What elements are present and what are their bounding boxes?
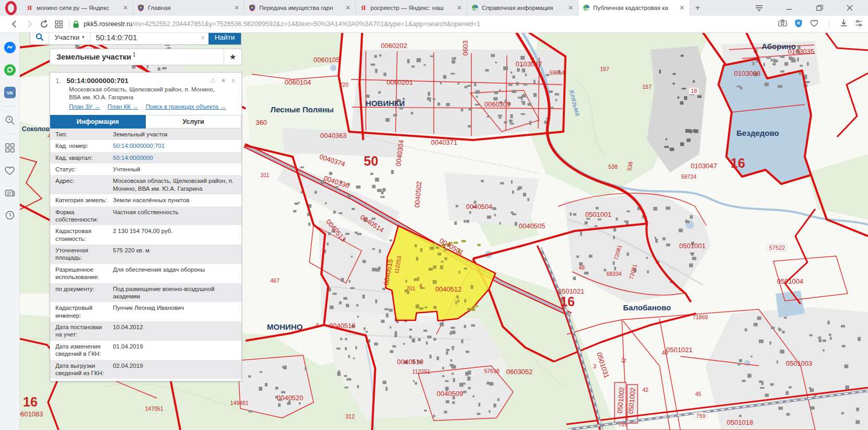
browser-tab-bar: Ямонино сити ру — Яндекс✕Главная✕Передач… [0,0,868,16]
browser-tab-5[interactable]: Справочная информация✕ [467,0,578,16]
opera-sidebar: VK [0,32,20,430]
browser-tab-3[interactable]: Передача имущества гарн✕ [245,0,356,16]
crest-favicon-icon [137,4,145,12]
info-label: Дата изменения сведений в ГКН: [50,341,112,360]
browser-tab-2[interactable]: Главная✕ [133,0,245,16]
sidebar-news-icon[interactable] [3,186,17,200]
info-value: 01.04.2019 [112,341,241,360]
sidebar-whatsapp-icon[interactable] [3,63,17,77]
pkk-favicon-icon [471,4,479,12]
crest-favicon-icon [248,4,256,12]
sidebar-divider [5,134,15,134]
info-row: Статус:Учтенный [50,164,241,175]
opera-logo-icon[interactable] [0,0,22,16]
close-tab-icon[interactable]: ✕ [678,4,686,11]
url-text[interactable]: pkk5.rosreestr.ru/#x=4252552.204447851&y… [84,20,480,28]
sidebar-bookmarks-icon[interactable] [3,164,17,177]
sidebar-history-icon[interactable] [3,208,17,222]
browser-tab-1[interactable]: Ямонино сити ру — Яндекс✕ [22,0,133,16]
info-label: Кадастровая стоимость: [50,225,112,245]
parcel-link-2[interactable]: План КК → [108,103,138,110]
speed-dial-icon[interactable] [51,17,66,31]
info-label: Кадастровый инженер: [50,302,112,321]
close-window-icon[interactable] [843,1,857,15]
pkk-favicon-icon [582,4,590,12]
adblock-shield-icon[interactable] [794,19,803,30]
info-label: Статус: [50,164,112,175]
info-row: Дата выгрузки сведений из ГКН:02.04.2019 [50,360,241,379]
info-row: Категория земель:Земли населённых пункто… [50,194,241,206]
secure-lock-icon[interactable] [73,20,79,28]
info-row: Форма собственности:Частная собственност… [50,206,241,226]
info-value: Земли населённых пунктов [112,194,241,206]
results-count: 1 [133,52,136,57]
info-label: Кад. номер: [50,140,112,152]
chevron-down-icon: ▾ [82,34,85,40]
yandex-favicon-icon: Я [26,4,33,12]
tab-title: Передача имущества гарн [259,5,341,11]
tab-menu-icon[interactable] [752,1,766,15]
tab-услуги[interactable]: Услуги [146,115,241,129]
new-tab-button[interactable]: + [690,0,705,16]
info-label: Категория земель: [50,194,112,206]
info-label: по документу: [50,283,112,303]
close-tab-icon[interactable]: ✕ [456,4,463,11]
info-value[interactable]: 50:14:0000000:701 [112,140,241,152]
reload-icon[interactable] [37,17,51,31]
bookmark-heart-icon[interactable] [810,19,818,29]
info-value: 2 130 154 704,00 руб. [112,225,241,245]
parcel-address: Московская область, Щелковский район, п.… [69,86,221,101]
info-label: Тип: [50,129,112,140]
sidebar-messenger-icon[interactable] [3,41,17,54]
browser-tab-6[interactable]: Публичная кадастровая ка✕ [578,0,690,16]
info-row: Дата изменения сведений в ГКН:01.04.2019 [50,341,241,360]
parcel-link-1[interactable]: План ЗУ → [69,103,100,110]
forward-icon[interactable] [22,17,37,31]
snapshot-camera-icon[interactable] [778,19,787,29]
info-value: Под размещение военно-воздушной академии [112,283,241,303]
info-row: Кадастровая стоимость:2 130 154 704,00 р… [50,225,241,245]
sidebar-vk-icon[interactable]: VK [3,86,17,99]
parcel-card-icons[interactable]: ⚠ ★ ∧ [210,77,237,84]
info-row: Кад. номер:50:14:0000000:701 [50,140,241,152]
close-tab-icon[interactable]: ✕ [122,4,129,11]
back-icon[interactable] [7,17,22,31]
tab-title: росреестр — Яндекс: наш [371,5,453,11]
info-label: Кад. квартал: [50,152,112,164]
tab-информация[interactable]: Информация [50,115,146,129]
restore-button[interactable] [813,1,826,15]
settings-sliders-icon[interactable] [855,19,863,29]
info-row: Адрес:Московская область, Щелковский рай… [50,175,241,194]
info-label: Форма собственности: [50,206,112,226]
tab-title: Публичная кадастровая ка [593,5,675,11]
close-tab-icon[interactable]: ✕ [567,4,574,11]
browser-tab-4[interactable]: Яросреестр — Яндекс: наш✕ [356,0,467,16]
address-bar: pkk5.rosreestr.ru/#x=4252552.204447851&y… [0,16,868,33]
favorites-star-button[interactable]: ★ [224,49,241,65]
info-row: Кадастровый инженер:Пунчик Леонид Иванов… [50,302,241,321]
info-row: Уточненная площадь:575 220 кв. м [50,245,241,264]
parcel-link-3[interactable]: Поиск в границах объекта → [146,103,226,110]
tab-title: монино сити ру — Яндекс [37,5,119,11]
tab-title: Главная [148,5,230,11]
info-row: Дата постановки на учет:10.04.2012 [50,321,241,341]
info-value: 575 220 кв. м [112,245,241,264]
info-value: Пунчик Леонид Иванович [112,302,241,321]
results-header: Земельные участки 1 ★ [50,49,242,65]
close-tab-icon[interactable]: ✕ [233,4,240,11]
close-tab-icon[interactable]: ✕ [344,4,352,11]
info-label: Адрес: [50,175,112,194]
info-value: Московская область, Щелковский район, п.… [112,175,241,194]
minimize-button[interactable] [782,1,796,15]
parcel-number: 1.50:14:0000000:701 [55,77,236,85]
svg-text:VK: VK [6,90,13,96]
download-icon[interactable] [840,19,848,29]
sidebar-search-icon[interactable] [3,113,17,127]
info-value: Земельный участок [112,129,241,140]
parcel-card: 1.50:14:0000000:701 ⚠ ★ ∧ Московская обл… [50,72,242,381]
info-row: Кад. квартал:50:14:0000000 [50,152,241,164]
info-value[interactable]: 50:14:0000000 [112,152,241,164]
sidebar-speed-dial-icon[interactable] [3,141,17,155]
info-row: по документу:Под размещение военно-возду… [50,283,241,303]
tab-title: Справочная информация [482,5,564,11]
